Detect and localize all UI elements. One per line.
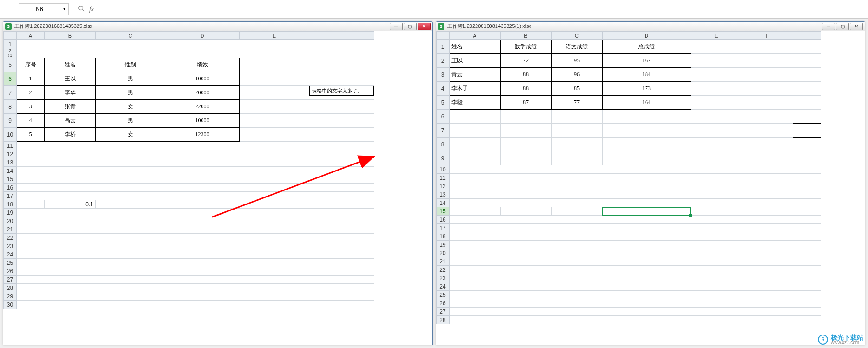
- table-cell[interactable]: 95: [551, 54, 602, 68]
- table-cell[interactable]: 85: [551, 82, 602, 96]
- row-header[interactable]: 21: [436, 257, 449, 266]
- row-header[interactable]: 9: [436, 151, 449, 165]
- row-header[interactable]: 19: [436, 241, 449, 249]
- table-cell[interactable]: 96: [551, 68, 602, 82]
- table-cell[interactable]: 李木子: [449, 82, 500, 96]
- name-box-dropdown[interactable]: ▼: [60, 3, 69, 15]
- row-header[interactable]: 1: [436, 40, 449, 54]
- row-header[interactable]: 24: [4, 250, 17, 259]
- col-header[interactable]: [793, 32, 821, 40]
- row-header[interactable]: 10: [4, 128, 17, 142]
- table-cell[interactable]: 10000: [165, 72, 240, 86]
- row-header[interactable]: 16: [4, 184, 17, 192]
- row-header[interactable]: 6: [4, 72, 17, 86]
- row-header[interactable]: 13: [436, 190, 449, 199]
- table-cell[interactable]: 女: [96, 100, 165, 114]
- row-header[interactable]: 7: [4, 86, 17, 100]
- row-header[interactable]: 1: [4, 40, 17, 48]
- table-cell[interactable]: 1: [17, 72, 45, 86]
- row-header[interactable]: 17: [4, 192, 17, 200]
- row-header[interactable]: 12: [4, 150, 17, 158]
- row-header[interactable]: 26: [436, 299, 449, 308]
- row-header[interactable]: 8: [4, 100, 17, 114]
- table-cell[interactable]: 张青: [45, 100, 96, 114]
- table-cell[interactable]: 2: [17, 86, 45, 100]
- sheet-right[interactable]: A B C D E F 1 姓名 数学成绩 语文成绩 总成绩 2: [436, 31, 865, 345]
- col-header[interactable]: E: [691, 32, 742, 40]
- select-all-corner[interactable]: [4, 32, 17, 40]
- table-cell[interactable]: 77: [551, 96, 602, 110]
- minimize-button[interactable]: ─: [390, 23, 403, 30]
- row-header[interactable]: 12: [436, 182, 449, 190]
- row-header[interactable]: 11: [436, 174, 449, 182]
- row-header[interactable]: 28: [436, 316, 449, 324]
- row-header[interactable]: 10: [436, 165, 449, 174]
- col-header[interactable]: C: [96, 32, 165, 40]
- table-cell[interactable]: 164: [602, 96, 691, 110]
- row-header[interactable]: 14: [436, 199, 449, 207]
- row-header[interactable]: 28: [4, 284, 17, 292]
- table-cell[interactable]: 男: [96, 72, 165, 86]
- row-header[interactable]: 24: [436, 282, 449, 291]
- row-header[interactable]: 22: [436, 266, 449, 274]
- table-cell[interactable]: 167: [602, 54, 691, 68]
- table-cell[interactable]: 88: [500, 82, 551, 96]
- row-header[interactable]: 15: [4, 175, 17, 184]
- row-header[interactable]: 29: [4, 292, 17, 301]
- row-header[interactable]: 2: [436, 54, 449, 68]
- window-left-titlebar[interactable]: S 工作簿1.20220816081435325.xlsx ─ ▢ ✕: [3, 22, 432, 31]
- table-cell[interactable]: 10000: [165, 114, 240, 128]
- row-header[interactable]: 20: [436, 249, 449, 257]
- window-right-titlebar[interactable]: S 工作簿1.20220816081435325(1).xlsx ─ ▢ ✕: [436, 22, 865, 31]
- row-header[interactable]: 15: [436, 207, 449, 216]
- table-cell[interactable]: 男: [96, 114, 165, 128]
- table-cell[interactable]: 女: [96, 128, 165, 142]
- row-header[interactable]: 2↕3: [4, 48, 17, 58]
- row-header[interactable]: 18: [4, 200, 17, 209]
- col-header[interactable]: D: [165, 32, 240, 40]
- row-header[interactable]: 25: [4, 259, 17, 267]
- row-header[interactable]: 4: [436, 82, 449, 96]
- row-header[interactable]: 30: [4, 301, 17, 309]
- col-header[interactable]: F: [742, 32, 793, 40]
- close-button[interactable]: ✕: [418, 23, 431, 30]
- table-cell[interactable]: 李华: [45, 86, 96, 100]
- col-header[interactable]: B: [45, 32, 96, 40]
- row-header[interactable]: 25: [436, 291, 449, 299]
- cell-b18[interactable]: 0.1: [45, 200, 96, 209]
- table-cell[interactable]: 王以: [45, 72, 96, 86]
- col-header[interactable]: D: [602, 32, 691, 40]
- sheet-left[interactable]: A B C D E 1 2↕3 5 序号 姓名 性别 绩效: [3, 31, 432, 345]
- row-header[interactable]: 18: [436, 232, 449, 241]
- table-cell[interactable]: 李毅: [449, 96, 500, 110]
- row-header[interactable]: 22: [4, 234, 17, 242]
- table-cell[interactable]: 87: [500, 96, 551, 110]
- row-header[interactable]: 7: [436, 124, 449, 138]
- row-header[interactable]: 11: [4, 142, 17, 150]
- table-cell[interactable]: 173: [602, 82, 691, 96]
- table-cell[interactable]: 男: [96, 86, 165, 100]
- selected-cell[interactable]: [602, 207, 691, 216]
- table-cell[interactable]: 4: [17, 114, 45, 128]
- col-header[interactable]: A: [449, 32, 500, 40]
- row-header[interactable]: 5: [4, 58, 17, 72]
- row-header[interactable]: 19: [4, 209, 17, 217]
- col-header[interactable]: C: [551, 32, 602, 40]
- col-header[interactable]: A: [17, 32, 45, 40]
- row-header[interactable]: 5: [436, 96, 449, 110]
- table-cell[interactable]: 王以: [449, 54, 500, 68]
- col-header[interactable]: B: [500, 32, 551, 40]
- table-cell[interactable]: 88: [500, 68, 551, 82]
- row-header[interactable]: 8: [436, 138, 449, 151]
- table-cell[interactable]: 20000: [165, 86, 240, 100]
- row-header[interactable]: 27: [4, 276, 17, 284]
- name-box[interactable]: [19, 3, 60, 15]
- row-header[interactable]: 9: [4, 114, 17, 128]
- maximize-button[interactable]: ▢: [404, 23, 417, 30]
- row-header[interactable]: 14: [4, 167, 17, 175]
- table-cell[interactable]: 青云: [449, 68, 500, 82]
- row-header[interactable]: 20: [4, 217, 17, 225]
- row-header[interactable]: 3: [436, 68, 449, 82]
- formula-input[interactable]: [97, 3, 863, 15]
- table-cell[interactable]: 12300: [165, 128, 240, 142]
